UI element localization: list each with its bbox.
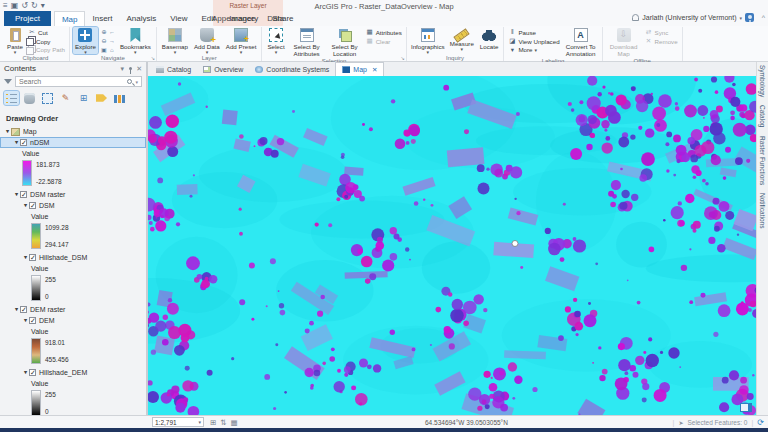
layer-row-hillshade_dem[interactable]: ▲Hillshade_DEM — [0, 367, 146, 378]
nav-tool-icon[interactable]: ⊖ — [100, 37, 108, 46]
select-by-attributes-button[interactable]: Select By Attributes — [289, 27, 325, 57]
layer-visibility-checkbox[interactable] — [29, 369, 36, 376]
add-preset-button[interactable]: Add Preset▾ — [224, 27, 259, 54]
list-by-selection-button[interactable] — [40, 91, 55, 105]
swap-axes-icon[interactable]: ⇅ — [220, 417, 226, 428]
user-menu-caret-icon[interactable]: ▾ — [739, 15, 742, 21]
layer-visibility-checkbox[interactable] — [20, 306, 27, 313]
user-area[interactable]: Jarlath (University of Vermont) ▾ — [632, 13, 754, 22]
nav-tool-icon[interactable]: ⊕ — [100, 28, 108, 37]
explore-button[interactable]: Explore▾ — [73, 27, 98, 54]
close-view-icon[interactable]: ✕ — [372, 66, 377, 74]
dock-tab-notifications[interactable]: Notifications — [759, 193, 766, 228]
attributes-button[interactable]: ▦Attributes — [365, 28, 403, 37]
expander-icon[interactable]: ▲ — [4, 129, 11, 135]
map-scale-select[interactable]: 1:2,791 ▾ — [152, 417, 204, 427]
layer-visibility-checkbox[interactable] — [29, 254, 36, 261]
cut-button[interactable]: ✂Cut — [27, 28, 66, 37]
nav-tool-icon[interactable]: ⌂ — [108, 46, 116, 55]
redo-icon[interactable]: ↻ — [31, 1, 38, 10]
layer-row-dem-raster[interactable]: ▲DEM raster — [0, 304, 146, 315]
refresh-icon[interactable]: ⟳ — [757, 418, 764, 427]
measure-button[interactable]: Measure▾ — [448, 27, 476, 54]
pane-menu-icon[interactable]: ▾ — [121, 65, 125, 73]
signed-in-user[interactable]: Jarlath (University of Vermont) — [642, 14, 736, 21]
ribbon-tab-map[interactable]: Map — [54, 11, 86, 26]
layer-visibility-checkbox[interactable] — [29, 202, 36, 209]
list-by-editing-button[interactable]: ✎ — [58, 91, 73, 105]
paste-button[interactable]: Paste▾ — [5, 27, 25, 54]
ribbon-tab-imagery[interactable]: Imagery — [222, 11, 265, 26]
list-by-drawing-order-button[interactable] — [4, 91, 19, 105]
save-icon[interactable]: ▣ — [11, 1, 19, 10]
nav-tool-icon[interactable]: ▣ — [100, 46, 108, 55]
undo-icon[interactable]: ↺ — [21, 1, 28, 10]
layer-row-hillshade_dsm[interactable]: ▲Hillshade_DSM — [0, 252, 146, 263]
add-data-button[interactable]: Add Data▾ — [192, 27, 222, 54]
dock-tab-catalog[interactable]: Catalog — [759, 105, 766, 127]
search-options-caret-icon[interactable]: ▾ — [135, 79, 138, 85]
dock-tab-symbology[interactable]: Symbology — [759, 65, 766, 97]
list-by-labeling-button[interactable] — [94, 91, 109, 105]
map-canvas[interactable] — [148, 76, 756, 415]
list-by-snapping-button[interactable]: ⊞ — [76, 91, 91, 105]
ribbon-tab-view[interactable]: View — [163, 11, 194, 26]
ribbon-tab-edit[interactable]: Edit — [194, 11, 222, 26]
notifications-icon[interactable] — [632, 14, 639, 21]
ribbon-tab-share[interactable]: Share — [265, 11, 300, 26]
view-tab-catalog[interactable]: Catalog — [150, 62, 197, 76]
customize-qat-icon[interactable]: ▾ — [41, 1, 45, 10]
convert-to-annotation-button[interactable]: Convert To Annotation — [563, 27, 599, 57]
nav-tool-icon[interactable]: ← — [108, 28, 116, 37]
layer-row-dem[interactable]: ▲DEM — [0, 315, 146, 326]
view-tab-map[interactable]: Map✕ — [335, 62, 384, 76]
select-by-location-button[interactable]: Select By Location — [327, 27, 363, 57]
basemap-button[interactable]: Basemap▾ — [160, 27, 190, 54]
view-tab-overview[interactable]: Overview — [197, 62, 249, 76]
more-button[interactable]: ▾More▾ — [507, 46, 560, 55]
collapse-ribbon-button[interactable]: ^ — [762, 14, 765, 21]
bookmarks-button[interactable]: Bookmarks▾ — [118, 27, 153, 54]
dialog-launcher-icon[interactable]: ↘ — [401, 55, 405, 61]
nav-tool-icon[interactable]: → — [108, 37, 116, 46]
layer-row-dsm[interactable]: ▲DSM — [0, 200, 146, 211]
list-by-source-button[interactable] — [22, 91, 37, 105]
expander-icon[interactable]: ▲ — [22, 255, 29, 261]
convert-annotation-icon — [574, 28, 588, 42]
layer-visibility-checkbox[interactable] — [20, 191, 27, 198]
dialog-launcher-icon[interactable]: ↘ — [151, 55, 155, 61]
view-unplaced-button[interactable]: ◪View Unplaced — [507, 37, 560, 46]
menu-icon[interactable]: ≡ — [3, 1, 8, 10]
infographics-button[interactable]: Infographics▾ — [410, 27, 446, 54]
view-tab-coordinate-systems[interactable]: Coordinate Systems — [249, 62, 335, 76]
close-pane-icon[interactable]: ✕ — [136, 65, 142, 73]
locate-button[interactable]: Locate — [478, 27, 501, 54]
ribbon-tab-insert[interactable]: Insert — [85, 11, 119, 26]
layer-visibility-checkbox[interactable] — [29, 317, 36, 324]
expander-icon[interactable]: ▲ — [13, 192, 20, 198]
expander-icon[interactable]: ▲ — [13, 140, 20, 146]
layer-visibility-checkbox[interactable] — [20, 139, 27, 146]
layer-row-map[interactable]: ▲Map — [0, 126, 146, 137]
map-units-icon[interactable]: ⊞ — [210, 417, 216, 428]
search-box[interactable]: ▾ — [15, 76, 142, 87]
layer-row-ndsm[interactable]: ▲nDSM — [0, 137, 146, 148]
avatar[interactable] — [745, 13, 754, 22]
auto-hide-pin-icon[interactable] — [129, 67, 132, 70]
select-button[interactable]: Select▾ — [265, 27, 286, 57]
dock-tab-raster-functions[interactable]: Raster Functions — [759, 136, 766, 185]
filter-icon[interactable] — [4, 79, 12, 84]
expander-icon[interactable]: ▲ — [22, 203, 29, 209]
expander-icon[interactable]: ▲ — [22, 370, 29, 376]
map-thumbnail-button[interactable] — [740, 403, 752, 412]
expander-icon[interactable]: ▲ — [13, 307, 20, 313]
expander-icon[interactable]: ▲ — [22, 318, 29, 324]
copy-button[interactable]: Copy — [27, 37, 66, 46]
search-input[interactable] — [19, 78, 124, 85]
pause-button[interactable]: ‖Pause — [507, 28, 560, 37]
layer-row-dsm-raster[interactable]: ▲DSM raster — [0, 189, 146, 200]
ribbon-tab-project[interactable]: Project — [4, 11, 51, 26]
ribbon-tab-analysis[interactable]: Analysis — [119, 11, 163, 26]
grid-icon[interactable]: ▦ — [231, 417, 238, 428]
list-by-charts-button[interactable] — [112, 91, 127, 105]
